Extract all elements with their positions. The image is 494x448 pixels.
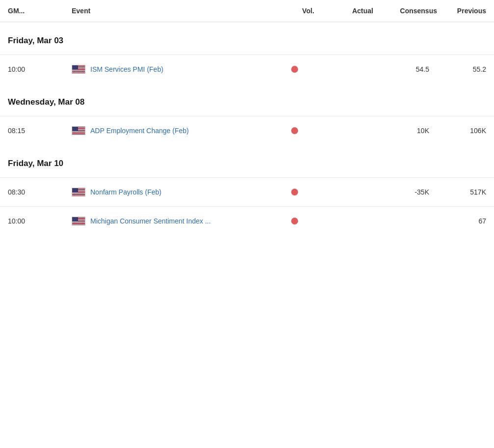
flag-us-icon: [72, 188, 85, 196]
event-name: ISM Services PMI (Feb): [90, 65, 164, 73]
event-name-cell[interactable]: ADP Employment Change (Feb): [72, 126, 275, 135]
table-row[interactable]: 10:00 Michigan Consumer Sentiment Index …: [0, 206, 494, 235]
event-name: Nonfarm Payrolls (Feb): [90, 188, 162, 196]
col-header-previous: Previous: [437, 7, 486, 15]
date-group-friday-mar-03: Friday, Mar 03: [0, 22, 494, 55]
consensus-value: 10K: [373, 127, 437, 135]
flag-us-icon: [72, 217, 85, 225]
consensus-value: -35K: [373, 188, 437, 196]
table-row[interactable]: 08:30 Nonfarm Payrolls (Feb) -35K 517K: [0, 177, 494, 206]
table-header: GM... Event Vol. Actual Consensus Previo…: [0, 0, 494, 22]
previous-value: 106K: [437, 127, 486, 135]
volatility-dot-icon: [291, 218, 298, 224]
event-time: 08:15: [8, 127, 72, 135]
flag-us-icon: [72, 126, 85, 135]
date-group-friday-mar-10: Friday, Mar 10: [0, 145, 494, 177]
col-header-actual: Actual: [314, 7, 373, 15]
vol-cell: [275, 127, 314, 134]
event-time: 10:00: [8, 217, 72, 225]
previous-value: 517K: [437, 188, 486, 196]
event-time: 08:30: [8, 188, 72, 196]
table-row[interactable]: 08:15 ADP Employment Change (Feb) 10K 10…: [0, 116, 494, 145]
previous-value: 55.2: [437, 65, 486, 73]
event-name-cell[interactable]: Nonfarm Payrolls (Feb): [72, 188, 275, 196]
vol-cell: [275, 218, 314, 224]
volatility-dot-icon: [291, 127, 298, 134]
volatility-dot-icon: [291, 189, 298, 196]
col-header-consensus: Consensus: [373, 7, 437, 15]
event-name-cell[interactable]: Michigan Consumer Sentiment Index ...: [72, 217, 275, 225]
event-name: ADP Employment Change (Feb): [90, 127, 189, 135]
vol-cell: [275, 189, 314, 196]
table-row[interactable]: 10:00 ISM Services PMI (Feb) 54.5 55.2: [0, 55, 494, 84]
volatility-dot-icon: [291, 66, 298, 73]
previous-value: 67: [437, 217, 486, 225]
vol-cell: [275, 66, 314, 73]
event-name: Michigan Consumer Sentiment Index ...: [90, 217, 211, 225]
date-group-wednesday-mar-08: Wednesday, Mar 08: [0, 84, 494, 116]
consensus-value: 54.5: [373, 65, 437, 73]
flag-us-icon: [72, 65, 85, 74]
event-name-cell[interactable]: ISM Services PMI (Feb): [72, 65, 275, 74]
col-header-gmt: GM...: [8, 7, 72, 15]
col-header-vol: Vol.: [275, 7, 314, 15]
col-header-event: Event: [72, 7, 275, 15]
event-time: 10:00: [8, 65, 72, 73]
